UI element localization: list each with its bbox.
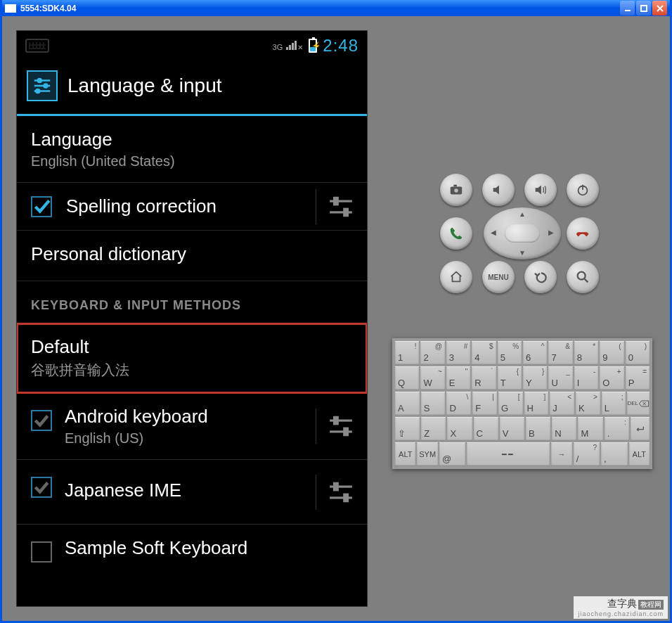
key-v[interactable]: V: [500, 417, 524, 441]
power-button[interactable]: [567, 174, 599, 206]
checkbox-sample-keyboard[interactable]: [31, 541, 52, 563]
page-title: Language & input: [67, 75, 222, 97]
key-d[interactable]: D\: [446, 392, 471, 416]
camera-button[interactable]: [440, 174, 472, 206]
checkbox-japanese-ime[interactable]: [31, 477, 52, 498]
row-sample-soft-keyboard[interactable]: Sample Soft Keyboard: [17, 525, 367, 574]
key-1[interactable]: 1!: [395, 341, 419, 365]
row-android-keyboard[interactable]: Android keyboard English (US): [17, 393, 367, 460]
signal-3g-icon: 3G ✕: [273, 41, 304, 51]
svg-rect-13: [335, 417, 338, 424]
key-⇧[interactable]: ⇧: [395, 417, 420, 441]
key-q[interactable]: Q: [395, 366, 419, 390]
row-spelling-correction[interactable]: Spelling correction: [17, 183, 367, 231]
keyboard-notification-icon: [25, 39, 49, 53]
window-title: 5554:SDK4.04: [20, 4, 76, 13]
close-button[interactable]: [652, 1, 667, 15]
checkbox-spelling[interactable]: [31, 196, 52, 217]
key-k[interactable]: K>: [576, 392, 600, 416]
key-6[interactable]: 6^: [523, 341, 547, 365]
key-0[interactable]: 0): [626, 341, 650, 365]
svg-rect-17: [335, 483, 338, 490]
key-t[interactable]: T{: [498, 366, 522, 390]
key-sym[interactable]: SYM: [417, 442, 437, 466]
key-p[interactable]: P=: [626, 366, 650, 390]
battery-icon: ⚡: [309, 39, 317, 53]
call-button[interactable]: [440, 217, 472, 250]
key-del[interactable]: DEL: [627, 392, 650, 416]
window-titlebar[interactable]: 5554:SDK4.04: [2, 0, 670, 16]
app-icon: [5, 4, 16, 13]
key-x[interactable]: X: [447, 417, 472, 441]
search-button[interactable]: [567, 261, 599, 293]
android-keyboard-settings-button[interactable]: [316, 409, 354, 444]
key-l[interactable]: L;: [602, 392, 626, 416]
key-u[interactable]: U_: [548, 366, 572, 390]
key-n[interactable]: N: [552, 417, 576, 441]
key-i[interactable]: I-: [574, 366, 598, 390]
key-7[interactable]: 7&: [548, 341, 572, 365]
key-5[interactable]: 5%: [498, 341, 522, 365]
end-call-button[interactable]: [567, 217, 599, 250]
dpad-left[interactable]: ◀: [491, 229, 496, 236]
key-j[interactable]: J<: [550, 392, 574, 416]
svg-rect-15: [344, 428, 348, 435]
clock: 2:48: [323, 36, 358, 56]
dpad-down[interactable]: ▼: [519, 249, 526, 257]
key-s[interactable]: S: [421, 392, 446, 416]
maximize-button[interactable]: [636, 1, 651, 15]
svg-rect-19: [344, 494, 348, 501]
minimize-button[interactable]: [620, 1, 635, 15]
watermark: 查字典教程网 jiaocheng.chazidian.com: [574, 596, 668, 619]
key-alt[interactable]: ALT: [395, 442, 415, 466]
key-m[interactable]: M: [578, 417, 602, 441]
spelling-settings-button[interactable]: [316, 189, 354, 224]
row-personal-dictionary[interactable]: Personal dictionary: [17, 231, 367, 281]
key-g[interactable]: G[: [498, 392, 523, 416]
key-r[interactable]: R`: [472, 366, 496, 390]
key-o[interactable]: O+: [600, 366, 623, 390]
key-f[interactable]: F|: [472, 392, 497, 416]
key-/[interactable]: /?: [574, 442, 600, 466]
key-8[interactable]: 8*: [574, 341, 598, 365]
home-button[interactable]: [440, 261, 472, 293]
key-z[interactable]: Z: [421, 417, 446, 441]
back-button[interactable]: [524, 261, 557, 293]
key-e[interactable]: E": [446, 366, 470, 390]
key-,[interactable]: ,: [601, 442, 627, 466]
dpad-center-button[interactable]: [505, 224, 540, 243]
row-language[interactable]: Language English (United States): [17, 116, 367, 183]
key-2[interactable]: 2@: [420, 341, 444, 365]
checkbox-android-keyboard[interactable]: [31, 410, 52, 431]
svg-rect-11: [344, 209, 348, 216]
key-@[interactable]: @: [439, 442, 465, 466]
key-w[interactable]: W~: [420, 366, 444, 390]
key-alt[interactable]: ALT: [629, 442, 650, 466]
key-→[interactable]: →: [551, 442, 571, 466]
key-a[interactable]: A: [395, 392, 420, 416]
key-b[interactable]: B: [526, 417, 550, 441]
row-default-ime[interactable]: Default 谷歌拼音输入法: [17, 323, 367, 393]
dpad-up[interactable]: ▲: [519, 210, 526, 218]
hardware-keyboard: 1!2@3#4$5%6^7&8*9(0)QW~E"R`T{Y}U_I-O+P=A…: [392, 338, 652, 469]
key-3[interactable]: 3#: [446, 341, 470, 365]
hardware-buttons: ▲ ▼ ◀ ▶ MENU: [440, 171, 605, 296]
volume-up-button[interactable]: [524, 174, 557, 206]
status-bar[interactable]: 3G ✕ ⚡ 2:48: [17, 31, 367, 60]
key-h[interactable]: H]: [524, 392, 549, 416]
key-↵[interactable]: [631, 417, 650, 441]
row-japanese-ime[interactable]: Japanese IME: [17, 460, 367, 525]
key-c[interactable]: C: [474, 417, 498, 441]
key-.[interactable]: .:: [605, 417, 629, 441]
dpad-right[interactable]: ▶: [548, 229, 554, 236]
key-y[interactable]: Y}: [523, 366, 547, 390]
menu-button[interactable]: MENU: [482, 261, 515, 293]
key-─[interactable]: ━━: [467, 442, 550, 466]
key-9[interactable]: 9(: [600, 341, 623, 365]
volume-down-button[interactable]: [482, 174, 515, 206]
dpad[interactable]: ▲ ▼ ◀ ▶: [484, 207, 561, 259]
japanese-ime-settings-button[interactable]: [316, 475, 354, 510]
svg-line-26: [585, 279, 588, 283]
svg-rect-0: [625, 10, 631, 11]
key-4[interactable]: 4$: [472, 341, 496, 365]
